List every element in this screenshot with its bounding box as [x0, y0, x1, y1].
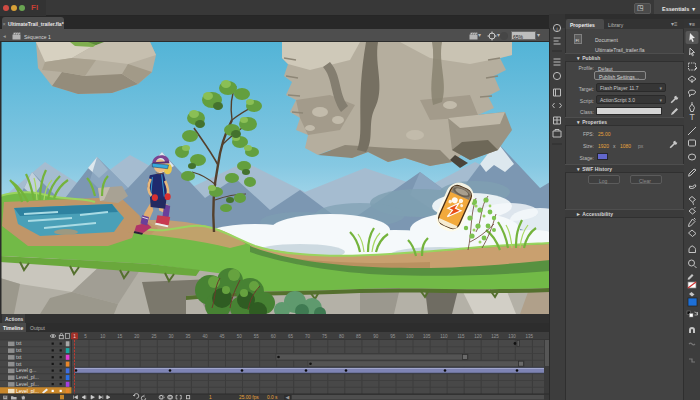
svg-text:txt: txt	[16, 361, 22, 367]
svg-text:Level g...: Level g...	[16, 367, 36, 373]
svg-text:80: 80	[339, 334, 345, 339]
svg-text:txt: txt	[16, 340, 22, 346]
svg-text:70: 70	[305, 334, 311, 339]
svg-text:55: 55	[254, 334, 260, 339]
svg-text:Level_pl...: Level_pl...	[16, 374, 39, 380]
svg-text:20: 20	[134, 334, 140, 339]
svg-text:40: 40	[203, 334, 209, 339]
svg-text:T: T	[689, 112, 694, 122]
svg-text:25.00 fps: 25.00 fps	[239, 395, 259, 400]
svg-text:130: 130	[508, 334, 516, 339]
svg-text:65: 65	[288, 334, 294, 339]
svg-text:30: 30	[168, 334, 174, 339]
svg-text:35: 35	[185, 334, 191, 339]
svg-text:0.0 s: 0.0 s	[267, 395, 278, 400]
svg-text:90: 90	[373, 334, 379, 339]
svg-text:◀: ◀	[286, 394, 290, 400]
svg-text:50: 50	[237, 334, 243, 339]
svg-text:60: 60	[271, 334, 277, 339]
svg-text:1: 1	[73, 334, 76, 339]
svg-text:txt: txt	[16, 354, 22, 360]
svg-text:135: 135	[525, 334, 533, 339]
svg-text:125: 125	[491, 334, 499, 339]
svg-text:10: 10	[100, 334, 106, 339]
svg-text:Level_pl...: Level_pl...	[16, 381, 39, 387]
svg-text:i: i	[556, 26, 557, 32]
svg-text:115: 115	[457, 334, 465, 339]
svg-text:txt: txt	[16, 347, 22, 353]
svg-text:15: 15	[117, 334, 123, 339]
svg-text:120: 120	[474, 334, 482, 339]
svg-text:Level_pl...: Level_pl...	[16, 388, 39, 394]
svg-text:95: 95	[390, 334, 396, 339]
svg-text:85: 85	[356, 334, 362, 339]
svg-text:45: 45	[220, 334, 226, 339]
svg-text:1: 1	[209, 395, 212, 400]
svg-text:75: 75	[322, 334, 328, 339]
svg-text:25: 25	[151, 334, 157, 339]
svg-text:100: 100	[406, 334, 414, 339]
svg-text:110: 110	[440, 334, 448, 339]
svg-text:105: 105	[423, 334, 431, 339]
svg-text:▾≡: ▾≡	[689, 21, 695, 27]
